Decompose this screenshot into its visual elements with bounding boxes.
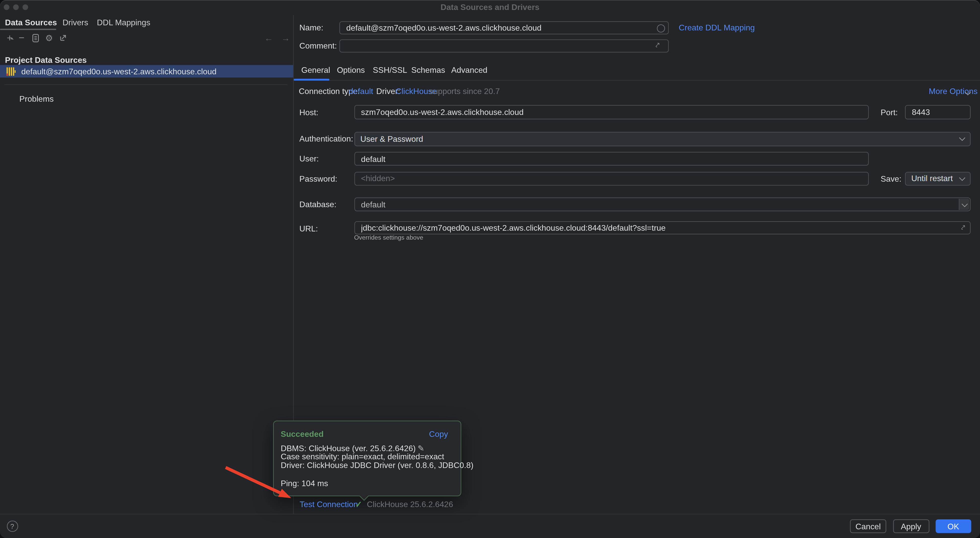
chevron-down-icon	[961, 201, 967, 207]
apply-button[interactable]: Apply	[893, 520, 929, 533]
expand-glyph: ⤤	[655, 41, 659, 49]
password-label: Password:	[299, 174, 337, 184]
host-label: Host:	[299, 108, 318, 117]
tabs-bottom-border	[294, 80, 980, 81]
password-input[interactable]	[354, 172, 869, 186]
ok-button[interactable]: OK	[935, 520, 971, 533]
data-source-item-label: default@szm7oqed0o.us-west-2.aws.clickho…	[21, 67, 216, 76]
problems-node[interactable]: Problems	[19, 94, 54, 103]
database-combobox[interactable]: default	[354, 197, 970, 212]
back-glyph: ←	[264, 33, 273, 43]
chevron-down-icon	[959, 135, 965, 141]
footer-separator	[0, 514, 980, 514]
authentication-label: Authentication:	[299, 134, 353, 143]
duplicate-icon[interactable]	[31, 34, 40, 42]
gear-icon: ⚙	[45, 33, 53, 43]
expand-url-icon[interactable]: ⤤	[961, 224, 965, 232]
popup-copy-link[interactable]: Copy	[429, 430, 448, 439]
add-data-source-icon[interactable]: +	[5, 32, 14, 44]
dbms-text: DBMS: ClickHouse (ver. 25.6.2.6426)	[281, 444, 416, 453]
port-input[interactable]	[905, 105, 970, 119]
port-label: Port:	[881, 108, 898, 117]
authentication-dropdown[interactable]: User & Password	[354, 132, 970, 146]
database-value: default	[361, 200, 385, 209]
edit-pencil-icon[interactable]: ✎	[418, 444, 425, 453]
url-override-note: Overrides settings above	[354, 234, 423, 240]
tab-drivers[interactable]: Drivers	[63, 18, 88, 27]
connection-type-value-link[interactable]: default	[349, 87, 373, 96]
user-input[interactable]	[354, 152, 869, 166]
save-label: Save:	[881, 174, 901, 184]
name-input[interactable]	[339, 21, 668, 34]
success-check-icon: ✓	[355, 500, 362, 509]
project-data-sources-header: Project Data Sources	[5, 56, 87, 65]
tab-data-sources[interactable]: Data Sources	[5, 18, 57, 27]
test-connection-link[interactable]: Test Connection	[300, 500, 358, 509]
comment-input[interactable]	[339, 39, 668, 53]
data-sources-dialog: Data Sources and Drivers Data Sources Dr…	[0, 0, 980, 538]
comment-label: Comment:	[299, 41, 337, 51]
tree-divider	[4, 84, 287, 85]
popup-ping-line: Ping: 104 ms	[281, 479, 328, 488]
driver-support-note: supports since 20.7	[430, 87, 500, 96]
back-arrow-icon[interactable]: ←	[264, 33, 273, 43]
minus-icon: −	[19, 32, 24, 44]
active-tab-underline-left	[0, 29, 56, 30]
connection-result-text: ClickHouse 25.6.2.6426	[367, 500, 453, 509]
forward-glyph: →	[281, 33, 290, 43]
test-connection-popup: Succeeded Copy DBMS: ClickHouse (ver. 25…	[273, 421, 461, 497]
expand-glyph: ⤤	[961, 224, 965, 231]
expand-comment-icon[interactable]: ⤤	[655, 41, 659, 49]
forward-arrow-icon[interactable]: →	[281, 33, 290, 43]
tab-ssh-ssl[interactable]: SSH/SSL	[373, 65, 407, 75]
create-ddl-mapping-link[interactable]: Create DDL Mapping	[679, 23, 755, 32]
authentication-value: User & Password	[361, 134, 423, 143]
chevron-down-icon	[966, 90, 970, 94]
chevron-down-icon	[959, 175, 965, 181]
database-label: Database:	[299, 200, 336, 209]
user-label: User:	[299, 154, 319, 164]
tab-options[interactable]: Options	[337, 65, 365, 75]
popup-dbms-line: DBMS: ClickHouse (ver. 25.6.2.6426)✎	[281, 444, 474, 453]
url-label: URL:	[299, 224, 318, 234]
url-input[interactable]	[354, 221, 970, 234]
tab-schemas[interactable]: Schemas	[411, 65, 445, 75]
save-dropdown[interactable]: Until restart	[905, 172, 970, 186]
data-source-list-item-selected[interactable]: default@szm7oqed0o.us-west-2.aws.clickho…	[0, 65, 293, 77]
host-input[interactable]	[354, 105, 869, 119]
popup-driver-line: Driver: ClickHouse JDBC Driver (ver. 0.8…	[281, 462, 474, 470]
database-dropdown-button[interactable]	[959, 199, 969, 210]
settings-gear-icon[interactable]: ⚙	[45, 33, 54, 43]
open-external-icon[interactable]	[58, 34, 68, 42]
save-value: Until restart	[911, 174, 953, 183]
clickhouse-icon	[6, 67, 16, 76]
cancel-button[interactable]: Cancel	[850, 520, 886, 533]
tab-ddl-mappings[interactable]: DDL Mappings	[97, 18, 150, 27]
popup-case-line: Case sensitivity: plain=exact, delimited…	[281, 453, 474, 462]
window-title: Data Sources and Drivers	[0, 3, 980, 12]
question-icon: ?	[10, 522, 14, 530]
help-button[interactable]: ?	[6, 520, 18, 532]
loading-ring-icon	[657, 24, 665, 32]
tab-advanced[interactable]: Advanced	[451, 65, 487, 75]
active-tab-underline-right	[294, 79, 329, 80]
popup-status-succeeded: Succeeded	[281, 430, 324, 439]
remove-data-source-icon[interactable]: −	[17, 32, 26, 44]
tab-general[interactable]: General	[301, 65, 330, 75]
name-label: Name:	[299, 23, 323, 32]
